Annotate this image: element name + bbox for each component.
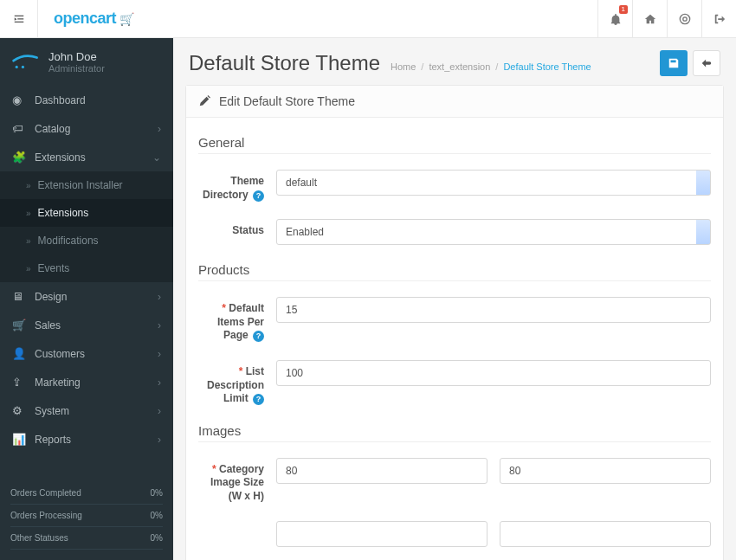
sidebar-item-design[interactable]: 🖥Design (0, 282, 173, 311)
section-products: Products (198, 262, 711, 281)
logo-text: opencart (54, 10, 116, 28)
list-description-input[interactable] (276, 360, 711, 386)
svg-point-1 (682, 16, 686, 20)
notification-badge: 1 (619, 5, 628, 14)
sidebar-item-label: Design (35, 291, 67, 303)
sidebar-item-label: Extensions (38, 207, 89, 219)
sidebar-item-label: Customers (35, 348, 85, 360)
profile-role: Administrator (48, 63, 105, 74)
stat-label: Other Statuses (10, 533, 68, 543)
sidebar-item-label: Catalog (35, 123, 70, 135)
help-icon[interactable]: ? (253, 190, 264, 202)
breadcrumb: Home / text_extension / Default Store Th… (391, 61, 591, 72)
crumb-home[interactable]: Home (391, 61, 416, 72)
label-category-image-size: * Category Image Size (W x H) (198, 458, 276, 504)
category-image-width-input[interactable] (276, 458, 487, 484)
stat-label: Orders Completed (10, 488, 81, 498)
status-select[interactable]: Enabled (276, 219, 711, 245)
sidebar-item-sales[interactable]: 🛒Sales (0, 311, 173, 339)
secondary-image-width-input[interactable] (276, 521, 487, 547)
back-icon (700, 57, 713, 69)
sidebar-item-label: Dashboard (35, 94, 86, 106)
profile-name: John Doe (48, 50, 105, 63)
sidebar-item-system[interactable]: ⚙System (0, 396, 173, 425)
section-general: General (198, 135, 711, 154)
avatar (10, 51, 42, 74)
sidebar-subitem-extensions[interactable]: Extensions (0, 199, 173, 227)
help-icon[interactable]: ? (253, 331, 264, 342)
secondary-image-height-input[interactable] (500, 521, 711, 547)
crumb-sep: / (495, 61, 498, 72)
save-button[interactable] (660, 50, 688, 76)
stat-value: 0% (151, 511, 163, 520)
sidebar-item-label: Marketing (35, 377, 81, 389)
notifications-button[interactable]: 1 (597, 0, 632, 38)
page-title: Default Store Theme (189, 51, 380, 75)
sidebar-item-label: Extension Installer (38, 179, 123, 191)
puzzle-icon: 🧩 (12, 151, 26, 164)
panel-header: Edit Default Store Theme (186, 86, 723, 118)
sidebar-item-label: Events (38, 262, 70, 274)
sidebar-item-label: Reports (35, 434, 71, 446)
pencil-icon (198, 95, 210, 107)
sidebar-item-label: Extensions (35, 151, 86, 164)
stat-value: 0% (151, 533, 163, 543)
stat-value: 0% (151, 488, 163, 498)
section-images: Images (198, 423, 711, 442)
sidebar-item-dashboard[interactable]: ◉Dashboard (0, 86, 173, 114)
tag-icon: 🏷 (12, 122, 26, 135)
save-icon (668, 57, 680, 69)
indent-icon (13, 13, 25, 25)
sidebar-subitem-modifications[interactable]: Modifications (0, 227, 173, 254)
cancel-button[interactable] (693, 50, 720, 76)
life-ring-icon (679, 13, 691, 25)
sign-out-icon (713, 13, 726, 25)
sidebar-item-reports[interactable]: 📊Reports (0, 425, 173, 454)
sidebar-item-label: System (35, 405, 69, 417)
svg-point-0 (680, 14, 689, 23)
profile-block: John Doe Administrator (0, 38, 173, 86)
home-button[interactable] (632, 0, 667, 38)
label-items-per-page: * Default Items Per Page ? (198, 297, 276, 343)
svg-point-3 (22, 65, 24, 68)
bell-icon (610, 13, 622, 25)
svg-point-2 (16, 65, 18, 68)
category-image-height-input[interactable] (500, 458, 711, 484)
sidebar-item-marketing[interactable]: ⇪Marketing (0, 368, 173, 396)
sidebar-item-extensions[interactable]: 🧩Extensions (0, 143, 173, 171)
crumb-sep: / (421, 61, 423, 72)
label-theme-directory: Theme Directory ? (198, 170, 276, 202)
theme-directory-select[interactable]: default (276, 170, 711, 196)
sidebar-subitem-installer[interactable]: Extension Installer (0, 171, 173, 199)
sidebar: John Doe Administrator ◉Dashboard 🏷Catal… (0, 38, 173, 560)
items-per-page-input[interactable] (276, 297, 711, 323)
cart-icon: 🛒 (12, 319, 26, 331)
panel-title: Edit Default Store Theme (219, 94, 355, 108)
logo[interactable]: opencart 🛒 (38, 10, 134, 28)
share-icon: ⇪ (12, 376, 26, 389)
crumb-ext[interactable]: text_extension (429, 61, 490, 72)
stat-label: Orders Processing (10, 511, 82, 520)
label-status: Status (198, 219, 276, 238)
sidebar-subitem-events[interactable]: Events (0, 254, 173, 282)
label-list-description-limit: * List Description Limit ? (198, 360, 276, 406)
dashboard-icon: ◉ (12, 93, 26, 106)
sidebar-item-catalog[interactable]: 🏷Catalog (0, 114, 173, 143)
cart-icon: 🛒 (119, 12, 134, 26)
sidebar-item-customers[interactable]: 👤Customers (0, 339, 173, 368)
crumb-current[interactable]: Default Store Theme (503, 61, 591, 72)
stat-orders-processing: Orders Processing0% (10, 505, 163, 527)
stat-other-statuses: Other Statuses0% (10, 527, 163, 550)
desktop-icon: 🖥 (12, 290, 26, 303)
help-icon[interactable]: ? (253, 394, 264, 405)
menu-toggle[interactable] (0, 0, 38, 38)
user-icon: 👤 (12, 347, 26, 360)
sidebar-item-label: Sales (35, 319, 61, 331)
gear-icon: ⚙ (12, 404, 26, 417)
logout-button[interactable] (701, 0, 736, 38)
stat-orders-completed: Orders Completed0% (10, 482, 163, 505)
help-button[interactable] (667, 0, 701, 38)
chart-icon: 📊 (12, 433, 26, 446)
home-icon (644, 13, 656, 25)
sidebar-item-label: Modifications (38, 235, 99, 247)
